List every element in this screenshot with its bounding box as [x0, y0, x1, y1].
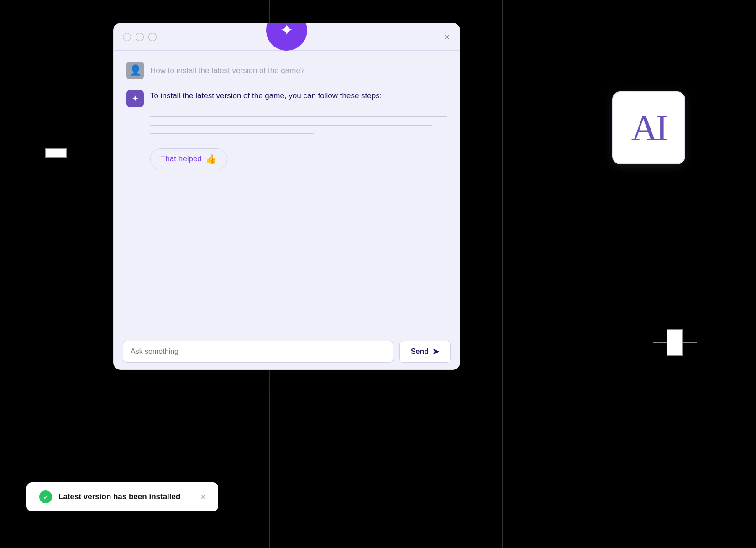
close-button[interactable]: ×: [444, 32, 450, 42]
ai-badge-text: AI: [631, 110, 666, 146]
user-message: 👤 How to install the latest version of t…: [126, 62, 447, 79]
input-area: Send ➤: [114, 333, 460, 369]
send-label: Send: [411, 348, 429, 356]
traffic-light-2[interactable]: [136, 33, 144, 41]
checkmark-icon: ✓: [43, 493, 49, 501]
content-line-1: [150, 116, 447, 117]
toast-notification: ✓ Latest version has been installed ×: [26, 482, 218, 511]
user-avatar-icon: 👤: [129, 64, 142, 76]
user-message-text: How to install the latest version of the…: [150, 62, 304, 76]
that-helped-button[interactable]: That helped 👍: [150, 148, 227, 169]
toast-message: Latest version has been installed: [58, 492, 194, 501]
user-avatar: 👤: [126, 62, 144, 79]
ai-badge: AI: [612, 91, 685, 164]
content-lines: [150, 116, 447, 134]
traffic-light-3[interactable]: [148, 33, 157, 41]
ask-input[interactable]: [123, 341, 393, 363]
sparkle-icon: ✦: [280, 23, 294, 40]
traffic-light-1[interactable]: [123, 33, 131, 41]
bot-avatar: ✦: [126, 90, 144, 107]
resistor-left: [26, 148, 85, 158]
resistor-right: [653, 329, 697, 356]
toast-check-icon: ✓: [39, 490, 52, 503]
bot-message-text: To install the latest version of the gam…: [150, 90, 382, 102]
thumbs-up-icon: 👍: [205, 153, 217, 164]
traffic-lights: [123, 33, 157, 41]
bot-sparkle-icon: ✦: [132, 94, 139, 104]
content-line-3: [150, 133, 314, 134]
that-helped-label: That helped: [161, 154, 202, 163]
chat-window: ✦ × 👤 How to install the latest version …: [113, 23, 460, 370]
toast-close-button[interactable]: ×: [200, 492, 205, 502]
chat-content: 👤 How to install the latest version of t…: [114, 51, 460, 333]
send-arrow-icon: ➤: [432, 347, 439, 357]
send-button[interactable]: Send ➤: [399, 341, 451, 363]
content-line-2: [150, 125, 432, 126]
bot-message: ✦ To install the latest version of the g…: [126, 90, 447, 107]
